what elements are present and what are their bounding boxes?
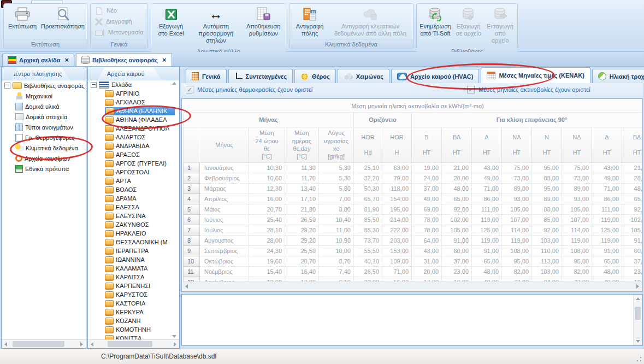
grid-cell[interactable]: 93,00 (502, 194, 532, 204)
grid-cell[interactable]: 65,00 (622, 194, 643, 204)
grid-cell[interactable]: 19,00 (412, 163, 442, 173)
grid-cell[interactable]: 21,00 (442, 163, 472, 173)
scroll-left-arrow[interactable] (185, 284, 188, 289)
grid-cell[interactable]: 73,70 (354, 236, 382, 246)
city-item[interactable]: ΗΡΑΚΛΕΙΟ (88, 229, 179, 238)
grid-cell[interactable]: 25,40 (249, 215, 285, 225)
grid-cell[interactable]: 37,00 (442, 256, 472, 267)
grid-cell[interactable]: 43,00 (592, 163, 622, 173)
grid-cell[interactable]: 92,00 (532, 225, 562, 236)
scroll-up-arrow[interactable] (636, 297, 640, 300)
city-item[interactable]: ΑΡΓΟΣ (ΠΥΡΓΕΛΙ) (88, 159, 179, 168)
resize-grip[interactable] (636, 356, 642, 362)
grid-cell[interactable]: 111,00 (472, 204, 502, 215)
grid-cell[interactable]: 105,00 (442, 225, 472, 236)
grid-cell[interactable]: 203,00 (382, 236, 412, 246)
grid-cell[interactable]: 5,30 (319, 163, 354, 173)
grid-cell[interactable]: 119,00 (472, 215, 502, 225)
grid-cell[interactable]: 17,10 (285, 194, 319, 204)
grid-cell[interactable]: 78,00 (412, 215, 442, 225)
grid-cell[interactable]: 65,00 (442, 194, 472, 204)
grid-cell[interactable]: 118,00 (382, 184, 412, 194)
grid-cell[interactable]: 125,00 (472, 225, 502, 236)
grid-cell[interactable]: 21,00 (622, 163, 643, 173)
city-item[interactable]: ΑΝΔΡΑΒΙΔΑ (88, 142, 179, 150)
grid-cell[interactable]: 9 (184, 246, 200, 256)
tree-item[interactable]: Εθνικά πρότυπα (2, 163, 86, 174)
grid-cell[interactable]: 63,00 (382, 163, 412, 173)
grid-cell[interactable]: 55,50 (354, 246, 382, 256)
grid-cell[interactable]: 71,00 (472, 184, 502, 194)
grid-cell[interactable]: 105,00 (622, 225, 643, 236)
grid-cell[interactable]: 10,60 (249, 173, 285, 184)
city-item[interactable]: ΑΡΓΟΣΤΟΛΙ (88, 168, 179, 177)
scroll-down-arrow[interactable] (172, 335, 176, 338)
grid-cell[interactable]: 103,00 (532, 267, 562, 277)
grid-cell[interactable]: 82,00 (562, 267, 592, 277)
city-item[interactable]: ΙΩΑΝΝΙΝΑ (88, 255, 179, 264)
table-horizontal-scrollbar[interactable] (182, 281, 642, 291)
city-item[interactable]: ΘΕΣΣΑΛΟΝΙΚΗ (Μ (88, 238, 179, 246)
grid-cell[interactable]: 73,00 (562, 173, 592, 184)
grid-cell[interactable]: 31,00 (412, 256, 442, 267)
checkbox[interactable]: ✓ Μέσες μηνιαίες ακτινοβολίες έχουν ορισ… (467, 86, 590, 93)
grid-cell[interactable]: 26,50 (354, 267, 382, 277)
collapse-icon[interactable] (4, 83, 10, 89)
grid-cell[interactable]: 5,80 (319, 184, 354, 194)
copy-city-button[interactable]: Αντιγραφή πόλης (291, 5, 328, 38)
grid-cell[interactable]: 11,30 (285, 163, 319, 173)
grid-cell[interactable]: 3 (184, 184, 200, 194)
grid-cell[interactable]: 119,00 (592, 215, 622, 225)
tree-item[interactable]: Αρχεία καυσίμων (2, 153, 86, 163)
grid-cell[interactable]: Απρίλιος (200, 194, 249, 204)
grid-cell[interactable]: 86,00 (472, 194, 502, 204)
grid-cell[interactable]: 29,20 (285, 236, 319, 246)
grid-cell[interactable]: Μάιος (200, 204, 249, 215)
grid-cell[interactable]: Φεβρουάριος (200, 173, 249, 184)
grid-cell[interactable]: 95,00 (532, 184, 562, 194)
grid-cell[interactable]: 21,80 (285, 204, 319, 215)
grid-cell[interactable]: Οκτώβριος (200, 256, 249, 267)
grid-cell[interactable]: 26,50 (285, 215, 319, 225)
grid-cell[interactable]: 32,20 (354, 173, 382, 184)
grid-cell[interactable]: 108,00 (502, 246, 532, 256)
grid-cell[interactable]: 71,00 (382, 267, 412, 277)
grid-cell[interactable]: 113,00 (532, 256, 562, 267)
scroll-down-arrow[interactable] (636, 340, 640, 343)
grid-cell[interactable]: 23,00 (442, 267, 472, 277)
scrollbar-thumb[interactable] (13, 341, 64, 347)
grid-cell[interactable]: 214,00 (382, 215, 412, 225)
scroll-left-arrow[interactable] (4, 342, 7, 347)
grid-cell[interactable]: 195,00 (382, 204, 412, 215)
grid-cell[interactable]: 10,30 (249, 163, 285, 173)
grid-cell[interactable]: Ιανουάριος (200, 163, 249, 173)
grid-cell[interactable]: 49,00 (412, 194, 442, 204)
grid-cell[interactable]: 102,00 (622, 215, 643, 225)
grid-cell[interactable]: 71,00 (592, 184, 622, 194)
city-item[interactable]: ΑΡΤΑ (88, 177, 179, 185)
export-excel-button[interactable]: Εξαγωγή στο Excel (153, 5, 189, 45)
close-icon[interactable]: × (162, 57, 167, 63)
scrollbar-thumb[interactable] (635, 307, 641, 320)
grid-cell[interactable]: 81,90 (354, 204, 382, 215)
grid-cell[interactable]: 37,00 (412, 184, 442, 194)
grid-cell[interactable]: 48,00 (622, 184, 643, 194)
grid-cell[interactable]: 82,00 (502, 267, 532, 277)
detail-tab[interactable]: Ηλιακή τροχιά (592, 69, 644, 83)
grid-cell[interactable]: Μάρτιος (200, 184, 249, 194)
grid-cell[interactable]: 43,00 (472, 163, 502, 173)
grid-cell[interactable]: 11,70 (285, 173, 319, 184)
grid-cell[interactable]: Αύγουστος (200, 236, 249, 246)
city-item[interactable]: ΔΡΑΜΑ (88, 194, 179, 203)
grid-cell[interactable]: 25,10 (354, 163, 382, 173)
grid-cell[interactable]: 5 (184, 204, 200, 215)
city-item[interactable]: ΑΛΕΞΑΝΔΡΟΥΠΟΛ (88, 124, 179, 133)
grid-cell[interactable]: 25,50 (285, 246, 319, 256)
document-tab[interactable]: Αρχική σελίδα × (2, 54, 74, 66)
grid-cell[interactable]: 64,00 (412, 236, 442, 246)
grid-cell[interactable]: 16,00 (249, 194, 285, 204)
grid-cell[interactable]: 88,00 (532, 204, 562, 215)
autofit-columns-button[interactable]: ↔ Αυτόματη προσαρμογή στηλών (190, 5, 241, 45)
grid-cell[interactable]: 48,00 (592, 267, 622, 277)
grid-cell[interactable]: Νοέμβριος (200, 267, 249, 277)
